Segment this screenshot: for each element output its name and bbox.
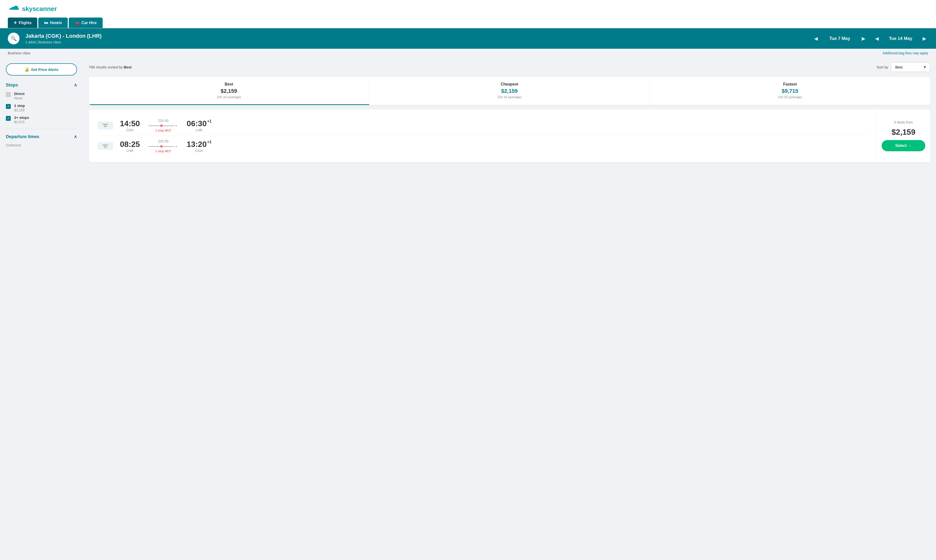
search-route: Jakarta (CGK) - London (LHR) 1 adult | B…	[25, 33, 806, 44]
date2-prev-arrow[interactable]: ◀	[873, 35, 880, 42]
tab-fastest-price: $9,715	[655, 88, 925, 94]
logo-icon	[8, 5, 20, 13]
cabin-class-info: Business class	[8, 51, 31, 55]
inbound-arrive-time: 13:20	[187, 140, 207, 149]
inbound-row: OMANAIR 08:25 LHR 22h 55	[96, 136, 870, 156]
outbound-depart-airport: CGK	[120, 128, 140, 132]
stop-1stop: ✓ 1 stop $2,159	[6, 103, 77, 112]
select-button[interactable]: Select →	[882, 140, 925, 151]
date-nav-1: ◀ Tue 7 May ▶	[812, 35, 867, 42]
inbound-stop-badge: 1 stop MCT	[156, 149, 171, 153]
logo-text: skyscanner	[22, 5, 57, 13]
stops-chevron-icon[interactable]: ∧	[74, 82, 77, 88]
stop-direct-checkbox[interactable]: ✓	[6, 92, 11, 97]
tab-cheapest-label: Cheapest	[374, 82, 645, 86]
info-bar: Business class Additional bag fees may a…	[0, 49, 936, 57]
filter-divider	[6, 129, 77, 129]
inbound-duration-area: 22h 55 → 1 stop MCT	[144, 139, 183, 153]
content-area: 🔔 Get Price Alerts Stops ∧ ✓ Direct None…	[0, 57, 936, 170]
header: skyscanner ✈ Flights 🛏 Hotels 🚗 Car Hire	[0, 0, 936, 28]
stop-direct: ✓ Direct None	[6, 92, 77, 100]
sort-by-label: Sort by	[876, 65, 888, 69]
flight-info: OMANAIR 14:50 CGK 21h 40	[89, 109, 876, 162]
inbound-depart-airport: LHR	[120, 149, 140, 153]
outbound-depart-time: 14:50	[120, 119, 140, 128]
select-label: Select →	[895, 143, 912, 148]
logo: skyscanner	[8, 5, 928, 13]
outbound-times: 14:50 CGK 21h 40 → 1 stop MCT	[120, 118, 870, 132]
outbound-stop-dot	[160, 125, 163, 127]
stop-1stop-label: 1 stop	[14, 103, 25, 108]
passengers-label: 1 adult	[25, 40, 35, 44]
outbound-arrow-icon: →	[174, 123, 178, 128]
cabin-class-label: Business class	[38, 40, 61, 44]
stop-2plus: ✓ 2+ stops $2,975	[6, 115, 77, 124]
inbound-flight-line: →	[149, 144, 178, 149]
main-content: 788 results sorted by Best Sort by Best …	[83, 57, 936, 170]
inbound-arrive-airport: CGK	[187, 149, 211, 153]
tab-flights-label: Flights	[19, 21, 31, 25]
tab-fastest-duration: 15h 20 (average)	[655, 95, 925, 99]
nav-tabs: ✈ Flights 🛏 Hotels 🚗 Car Hire	[8, 17, 928, 28]
tab-fastest-label: Fastest	[655, 82, 925, 86]
tab-flights[interactable]: ✈ Flights	[8, 17, 37, 28]
tab-car-hire-label: Car Hire	[82, 21, 97, 25]
price-tabs: Best $2,159 22h 18 (average) Cheapest $2…	[89, 77, 930, 105]
results-count: 788 results sorted by	[89, 65, 123, 69]
outbound-arrive-offset: +1	[207, 119, 211, 123]
tab-cheapest-price: $2,159	[374, 88, 645, 94]
inbound-arrive-offset: +1	[207, 140, 211, 144]
bag-fees-link[interactable]: Additional bag fees may apply	[883, 51, 928, 55]
stops-filter: Stops ∧ ✓ Direct None ✓ 1 stop $2,159	[6, 82, 77, 124]
date1-next-arrow[interactable]: ▶	[860, 35, 867, 42]
tab-best-price: $2,159	[94, 88, 364, 94]
tab-hotels-label: Hotels	[50, 21, 62, 25]
airline-logo-outbound: OMANAIR	[96, 122, 115, 129]
tab-cheapest[interactable]: Cheapest $2,159 22h 18 (average)	[369, 77, 650, 105]
date2-next-arrow[interactable]: ▶	[921, 35, 928, 42]
tab-fastest[interactable]: Fastest $9,715 15h 20 (average)	[650, 77, 930, 105]
outbound-stop-badge: 1 stop MCT	[156, 129, 171, 132]
tab-best[interactable]: Best $2,159 22h 18 (average)	[89, 77, 369, 105]
stop-2plus-label: 2+ stops	[14, 115, 29, 120]
stops-filter-title: Stops ∧	[6, 82, 77, 88]
tab-hotels[interactable]: 🛏 Hotels	[38, 17, 68, 28]
date1-text: Tue 7 May	[823, 36, 857, 41]
price-alert-button[interactable]: 🔔 Get Price Alerts	[6, 63, 77, 75]
stop-direct-sub: None	[14, 96, 25, 100]
results-info: 788 results sorted by Best	[89, 65, 132, 69]
inbound-stop-dot	[160, 145, 163, 148]
tab-best-label: Best	[94, 82, 364, 86]
tab-best-duration: 22h 18 (average)	[94, 95, 364, 99]
stop-2plus-sub: $2,975	[14, 120, 29, 124]
airline-logo-inbound: OMANAIR	[96, 142, 115, 150]
outbound-duration: 21h 40	[158, 118, 168, 123]
tab-car-hire[interactable]: 🚗 Car Hire	[69, 17, 102, 28]
airline-logo-img-inbound: OMANAIR	[97, 142, 113, 150]
inbound-depart-time: 08:25	[120, 140, 140, 149]
date1-prev-arrow[interactable]: ◀	[812, 35, 820, 42]
sort-value-inline: Best	[123, 65, 132, 69]
departure-times-filter: Departure times ∧ Outbound	[6, 134, 77, 147]
airline-logo-img-outbound: OMANAIR	[97, 122, 113, 129]
sidebar: 🔔 Get Price Alerts Stops ∧ ✓ Direct None…	[0, 57, 83, 170]
outbound-flight-line: →	[149, 123, 178, 128]
departure-chevron-icon[interactable]: ∧	[74, 134, 77, 139]
search-bar: 🔍 Jakarta (CGK) - London (LHR) 1 adult |…	[0, 28, 936, 49]
stop-2plus-checkbox[interactable]: ✓	[6, 116, 11, 121]
search-icon-circle[interactable]: 🔍	[8, 32, 20, 44]
hotels-icon: 🛏	[44, 21, 48, 25]
outbound-duration-area: 21h 40 → 1 stop MCT	[144, 118, 183, 132]
sort-wrapper: Best Cheapest Fastest ▼	[891, 62, 930, 72]
price-alert-label: Get Price Alerts	[31, 68, 59, 72]
flight-price-area: 9 deals from $2,159 Select →	[876, 109, 930, 162]
sort-select[interactable]: Best Cheapest Fastest	[891, 62, 930, 72]
toolbar: 788 results sorted by Best Sort by Best …	[89, 62, 930, 72]
stop-direct-label: Direct	[14, 92, 25, 96]
search-details: 1 adult | Business class	[25, 40, 806, 44]
stop-1stop-checkbox[interactable]: ✓	[6, 104, 11, 109]
route-text: Jakarta (CGK) - London (LHR)	[25, 33, 806, 39]
inbound-times: 08:25 LHR 22h 55 → 1 stop MCT	[120, 139, 870, 153]
date2-text: Tue 14 May	[884, 36, 918, 41]
car-icon: 🚗	[75, 20, 79, 25]
